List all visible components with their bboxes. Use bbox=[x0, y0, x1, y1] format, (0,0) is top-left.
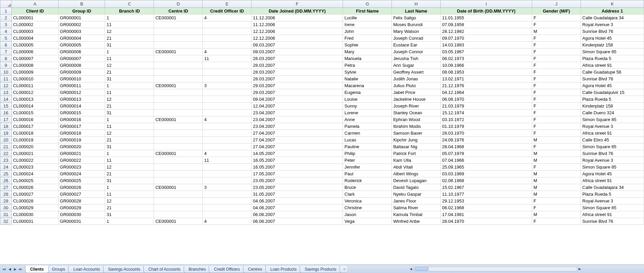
cell[interactable]: Sunrise Blvd 76 bbox=[581, 28, 644, 35]
cell[interactable]: 3 bbox=[203, 184, 251, 191]
cell[interactable]: CL000008 bbox=[12, 62, 58, 69]
cell[interactable]: Stanley Ocean bbox=[392, 110, 441, 116]
cell[interactable] bbox=[154, 62, 203, 69]
cell[interactable]: 13.02.1971 bbox=[441, 76, 532, 82]
scroll-left-icon[interactable]: ◀ bbox=[409, 267, 414, 271]
cell[interactable] bbox=[203, 143, 251, 150]
cell[interactable]: 26.04.1968 bbox=[441, 143, 532, 150]
cell[interactable]: 26.03.2007 bbox=[251, 55, 343, 62]
cell[interactable]: 16.05.2007 bbox=[251, 157, 343, 164]
cell[interactable] bbox=[203, 62, 251, 69]
cell[interactable]: Petra bbox=[343, 62, 392, 69]
cell[interactable]: CL000013 bbox=[12, 96, 58, 103]
cell[interactable]: 04.06.2007 bbox=[251, 198, 343, 204]
row-number[interactable]: 17 bbox=[0, 116, 12, 123]
cell[interactable]: 09.07.1970 bbox=[441, 35, 532, 42]
cell[interactable]: 21 bbox=[105, 69, 154, 76]
cell[interactable]: F bbox=[532, 48, 581, 55]
cell[interactable]: Royal Avenue 3 bbox=[581, 198, 644, 204]
sheet-tab-chart-of-accounts[interactable]: Chart of Accounts bbox=[143, 266, 186, 273]
cell[interactable]: Simon Square 85 bbox=[581, 116, 644, 123]
row-number[interactable]: 9 bbox=[0, 62, 12, 69]
cell[interactable]: 25.09.1965 bbox=[441, 164, 532, 171]
row-number[interactable]: 11 bbox=[0, 76, 12, 82]
cell[interactable]: CL000002 bbox=[12, 21, 58, 28]
cell[interactable]: 29.03.2007 bbox=[251, 89, 343, 96]
cell[interactable]: GR000029 bbox=[58, 204, 105, 211]
cell[interactable]: 31 bbox=[105, 42, 154, 48]
cell[interactable] bbox=[154, 157, 203, 164]
sheet-nav-last-icon[interactable]: ⏭ bbox=[18, 267, 23, 271]
cell[interactable]: Philip bbox=[343, 150, 392, 157]
cell[interactable]: 4 bbox=[203, 116, 251, 123]
cell[interactable]: 03.10.1972 bbox=[441, 116, 532, 123]
cell[interactable]: Kamula Timbal bbox=[392, 211, 441, 218]
cell[interactable]: F bbox=[532, 76, 581, 82]
cell[interactable]: 12.12.2006 bbox=[251, 35, 343, 42]
cell[interactable]: 12 bbox=[105, 130, 154, 137]
cell[interactable] bbox=[203, 198, 251, 204]
cell[interactable]: Macarena bbox=[343, 82, 392, 89]
row-number[interactable]: 4 bbox=[0, 28, 12, 35]
cell[interactable] bbox=[154, 110, 203, 116]
cell[interactable]: 11.10.1977 bbox=[441, 191, 532, 198]
cell[interactable]: 11 bbox=[203, 157, 251, 164]
cell[interactable]: CE000001 bbox=[154, 184, 203, 191]
cell[interactable]: GR000016 bbox=[58, 116, 105, 123]
cell[interactable]: F bbox=[532, 62, 581, 69]
cell[interactable]: Baltasar Nig bbox=[392, 143, 441, 150]
cell[interactable]: 1 bbox=[105, 15, 154, 21]
cell[interactable]: 03.05.1967 bbox=[441, 48, 532, 55]
cell[interactable]: 15.12.1974 bbox=[441, 110, 532, 116]
cell[interactable] bbox=[154, 42, 203, 48]
cell[interactable]: 01.10.1979 bbox=[441, 123, 532, 130]
cell[interactable]: GR000003 bbox=[58, 28, 105, 35]
cell[interactable] bbox=[203, 96, 251, 103]
cell[interactable] bbox=[154, 211, 203, 218]
cell[interactable]: F bbox=[532, 103, 581, 110]
sheet-tab-savings-accounts[interactable]: Savings Accounts bbox=[103, 266, 145, 273]
cell[interactable] bbox=[154, 96, 203, 103]
cell[interactable]: M bbox=[532, 177, 581, 184]
cell[interactable] bbox=[154, 21, 203, 28]
cell[interactable]: GR000001 bbox=[58, 15, 105, 21]
cell[interactable]: F bbox=[532, 69, 581, 76]
column-header-E[interactable]: E bbox=[203, 0, 251, 8]
row-number[interactable]: 26 bbox=[0, 177, 12, 184]
cell[interactable] bbox=[154, 103, 203, 110]
cell[interactable]: 04.06.2007 bbox=[251, 204, 343, 211]
cell[interactable]: 17.04.1981 bbox=[441, 211, 532, 218]
cell[interactable]: Fred bbox=[343, 35, 392, 42]
cell[interactable] bbox=[154, 55, 203, 62]
cell[interactable]: GR000024 bbox=[58, 171, 105, 177]
cell[interactable] bbox=[203, 76, 251, 82]
cell[interactable]: F bbox=[532, 42, 581, 48]
cell[interactable]: 31 bbox=[105, 211, 154, 218]
header-cell-F[interactable]: Date Joined (DD.MM.YYYY) bbox=[251, 8, 343, 15]
cell[interactable]: Joseph Connor bbox=[392, 48, 441, 55]
cell[interactable]: Salima River bbox=[392, 204, 441, 211]
header-cell-K[interactable]: Address 1 bbox=[581, 8, 644, 15]
sheet-tab-loan-products[interactable]: Loan Products bbox=[265, 266, 302, 273]
cell[interactable]: CE000001 bbox=[154, 82, 203, 89]
cell[interactable] bbox=[203, 191, 251, 198]
cell[interactable]: M bbox=[532, 137, 581, 143]
cell[interactable]: M bbox=[532, 211, 581, 218]
cell[interactable] bbox=[154, 123, 203, 130]
cell[interactable]: Mary Watson bbox=[392, 28, 441, 35]
cell[interactable]: Albert Wings bbox=[392, 171, 441, 177]
cell[interactable]: CL000003 bbox=[12, 28, 58, 35]
row-number[interactable]: 6 bbox=[0, 42, 12, 48]
cell[interactable]: Ephran Wood bbox=[392, 116, 441, 123]
cell[interactable]: F bbox=[532, 143, 581, 150]
cell[interactable]: GR000027 bbox=[58, 191, 105, 198]
cell[interactable]: GR000025 bbox=[58, 177, 105, 184]
cell[interactable]: Judith Jonas bbox=[392, 76, 441, 82]
row-number[interactable]: 21 bbox=[0, 143, 12, 150]
cell[interactable]: Christine bbox=[343, 204, 392, 211]
cell[interactable]: Kam Ulla bbox=[392, 157, 441, 164]
cell[interactable]: Mary bbox=[343, 48, 392, 55]
cell[interactable]: CE000001 bbox=[154, 116, 203, 123]
cell[interactable]: 06.02.1968 bbox=[441, 204, 532, 211]
cell[interactable]: 11.01.1955 bbox=[441, 15, 532, 21]
